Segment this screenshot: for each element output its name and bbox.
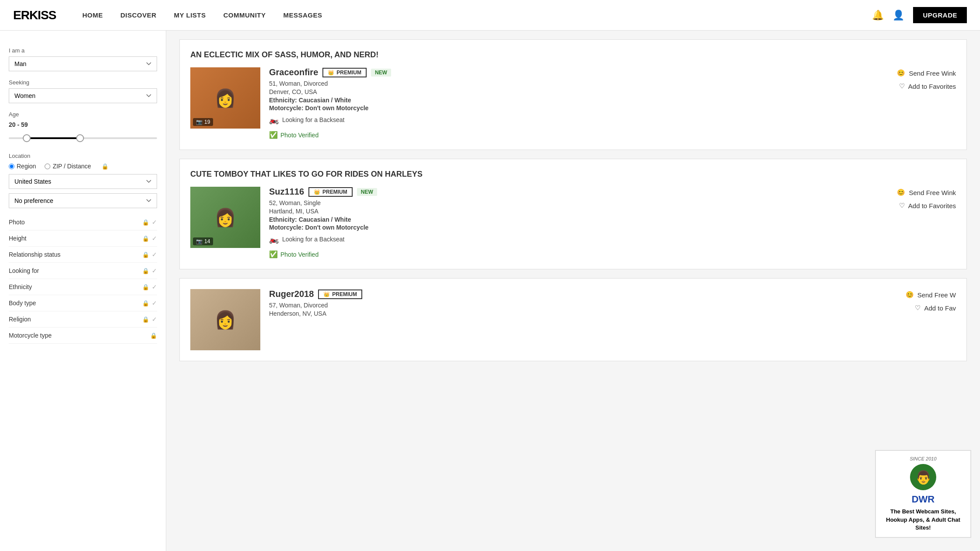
- filter-height-label: Height: [9, 235, 26, 242]
- card-2-new-badge: NEW: [357, 188, 377, 196]
- age-slider[interactable]: [9, 132, 157, 145]
- nav-messages[interactable]: MESSAGES: [284, 11, 322, 19]
- location-label: Location: [9, 153, 157, 159]
- profile-card-3: 👩 Ruger2018 👑 PREMIUM 57, Woman, Divorce…: [179, 278, 967, 361]
- dwr-avatar: 👨: [910, 464, 936, 490]
- rel-lock-icon: 🔒: [142, 251, 149, 258]
- seeking-label: Seeking: [9, 79, 157, 86]
- slider-thumb-left[interactable]: [23, 134, 31, 142]
- filter-ethnicity: Ethnicity 🔒 ✓: [9, 279, 157, 295]
- main-content: AN ECLECTIC MIX OF SASS, HUMOR, AND NERD…: [166, 31, 980, 551]
- card-2-verified: ✅ Photo Verified: [269, 250, 877, 258]
- region-radio[interactable]: [9, 164, 14, 169]
- card-3-add-favorites-btn[interactable]: ♡ Add to Fav: [915, 304, 956, 312]
- filter-rel-label: Relationship status: [9, 251, 60, 258]
- photo-check-icon: ✓: [152, 219, 157, 226]
- card-1-add-favorites-btn[interactable]: ♡ Add to Favorites: [899, 82, 956, 90]
- photo-lock-icon: 🔒: [142, 219, 149, 226]
- card-1-body: 👩 📷 19 Graceonfire 👑 PREMIUM NEW: [190, 67, 956, 139]
- region-radio-label[interactable]: Region: [9, 163, 36, 170]
- filter-religion-label: Religion: [9, 316, 31, 323]
- card-2-photo[interactable]: 👩 📷 14: [190, 187, 260, 248]
- card-1-send-wink-btn[interactable]: 😊 Send Free Wink: [897, 69, 956, 77]
- nav-my-lists[interactable]: MY LISTS: [174, 11, 206, 19]
- crown-icon: 👑: [328, 70, 334, 76]
- location-radio-group: Region ZIP / Distance 🔒: [9, 163, 157, 170]
- profile-card-1: AN ECLECTIC MIX OF SASS, HUMOR, AND NERD…: [179, 39, 967, 150]
- card-2-basic-details: 52, Woman, Single: [269, 199, 877, 206]
- profile-card-2: CUTE TOMBOY THAT LIKES TO GO FOR RIDES O…: [179, 159, 967, 269]
- nav-community[interactable]: COMMUNITY: [224, 11, 266, 19]
- moto-icon-2: 🏍️: [269, 234, 279, 244]
- card-1-name-row: Graceonfire 👑 PREMIUM NEW: [269, 67, 877, 77]
- religion-check-icon: ✓: [152, 316, 157, 323]
- filter-moto-label: Motorcycle type: [9, 332, 52, 339]
- filter-body-label: Body type: [9, 300, 36, 307]
- card-2-send-wink-btn[interactable]: 😊 Send Free Wink: [897, 188, 956, 196]
- filter-looking-label: Looking for: [9, 267, 39, 274]
- user-icon[interactable]: 👤: [892, 10, 904, 21]
- looking-lock-icon: 🔒: [142, 268, 149, 274]
- card-1-info: Graceonfire 👑 PREMIUM NEW 51, Woman, Div…: [269, 67, 877, 139]
- location-lock-icon: 🔒: [102, 163, 108, 170]
- body-check-icon: ✓: [152, 300, 157, 307]
- card-2-photo-count: 📷 14: [193, 237, 213, 245]
- dwr-since-label: SINCE 2010: [881, 456, 965, 461]
- card-1-ethnicity: Ethnicity: Caucasian / White: [269, 97, 877, 104]
- card-2-add-favorites-btn[interactable]: ♡ Add to Favorites: [899, 202, 956, 209]
- card-2-name[interactable]: Suz1116: [269, 187, 304, 197]
- card-2-info: Suz1116 👑 PREMIUM NEW 52, Woman, Single …: [269, 187, 877, 258]
- card-1-photo[interactable]: 👩 📷 19: [190, 67, 260, 129]
- dwr-advertisement[interactable]: SINCE 2010 👨 DWR The Best Webcam Sites, …: [875, 450, 971, 538]
- card-1-title: AN ECLECTIC MIX OF SASS, HUMOR, AND NERD…: [190, 50, 956, 59]
- i-am-select[interactable]: Man: [9, 56, 157, 71]
- seeking-select[interactable]: Women: [9, 88, 157, 103]
- moto-icon-1: 🏍️: [269, 115, 279, 125]
- nav-discover[interactable]: DISCOVER: [120, 11, 156, 19]
- card-2-body: 👩 📷 14 Suz1116 👑 PREMIUM NEW: [190, 187, 956, 258]
- slider-fill: [27, 137, 80, 139]
- notification-icon[interactable]: 🔔: [872, 10, 884, 21]
- no-preference-select[interactable]: No preference: [9, 193, 157, 208]
- card-2-ethnicity: Ethnicity: Caucasian / White: [269, 216, 877, 223]
- ethnicity-check-icon: ✓: [152, 283, 157, 290]
- card-3-info: Ruger2018 👑 PREMIUM 57, Woman, Divorced …: [269, 289, 877, 350]
- card-2-title: CUTE TOMBOY THAT LIKES TO GO FOR RIDES O…: [190, 170, 956, 179]
- heart-icon-3: ♡: [915, 304, 920, 312]
- filter-ethnicity-label: Ethnicity: [9, 283, 32, 290]
- filter-motorcycle-type: Motorcycle type 🔒: [9, 328, 157, 344]
- card-1-new-badge: NEW: [371, 69, 391, 77]
- filter-looking-for: Looking for 🔒 ✓: [9, 263, 157, 279]
- body-lock-icon: 🔒: [142, 300, 149, 307]
- dwr-logo: DWR: [881, 493, 965, 506]
- card-2-motorcycle: Motorcycle: Don't own Motorcycle: [269, 224, 877, 231]
- verified-check-icon-1: ✅: [269, 131, 278, 139]
- moto-lock-icon: 🔒: [150, 332, 157, 339]
- slider-thumb-right[interactable]: [76, 134, 84, 142]
- zip-radio[interactable]: [45, 164, 50, 169]
- card-3-send-wink-btn[interactable]: 😊 Send Free W: [906, 291, 956, 299]
- filter-body-type: Body type 🔒 ✓: [9, 295, 157, 311]
- nav-home[interactable]: HOME: [82, 11, 103, 19]
- card-1-location: Denver, CO, USA: [269, 88, 877, 95]
- card-3-location: Henderson, NV, USA: [269, 310, 877, 317]
- page-wrapper: I am a Man Seeking Women Age 20 - 59 Loc…: [0, 31, 980, 551]
- card-1-name[interactable]: Graceonfire: [269, 67, 318, 77]
- card-2-location: Hartland, MI, USA: [269, 208, 877, 215]
- card-2-actions: 😊 Send Free Wink ♡ Add to Favorites: [886, 187, 956, 258]
- card-1-motorcycle: Motorcycle: Don't own Motorcycle: [269, 105, 877, 112]
- heart-icon-1: ♡: [899, 82, 905, 90]
- zip-radio-label[interactable]: ZIP / Distance: [45, 163, 91, 170]
- height-lock-icon: 🔒: [142, 235, 149, 242]
- card-3-name[interactable]: Ruger2018: [269, 289, 314, 299]
- card-1-photo-count: 📷 19: [193, 118, 213, 126]
- age-range-text: 20 - 59: [9, 121, 157, 128]
- filter-photo-label: Photo: [9, 219, 25, 226]
- upgrade-button[interactable]: UPGRADE: [913, 7, 967, 23]
- crown-icon-2: 👑: [314, 189, 320, 195]
- wink-icon-3: 😊: [906, 291, 914, 299]
- country-select[interactable]: United States: [9, 174, 157, 189]
- card-3-name-row: Ruger2018 👑 PREMIUM: [269, 289, 877, 299]
- card-2-looking-for: 🏍️ Looking for a Backseat: [269, 234, 877, 244]
- card-3-photo[interactable]: 👩: [190, 289, 260, 350]
